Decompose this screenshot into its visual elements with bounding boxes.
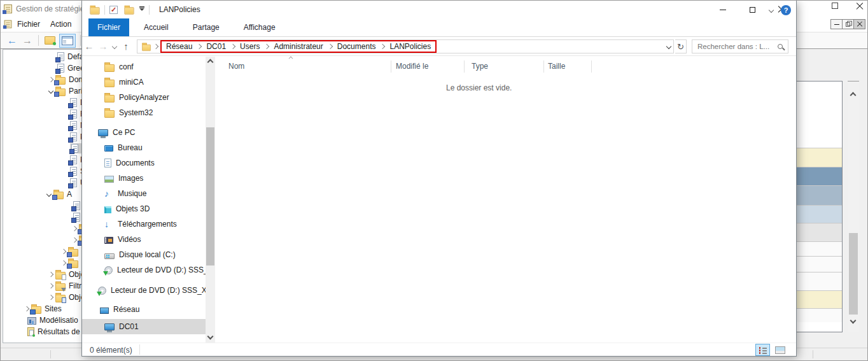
qat-dropdown-icon[interactable]	[139, 8, 144, 11]
scroll-up-icon[interactable]	[207, 59, 214, 66]
nav-scrollbar[interactable]	[206, 57, 215, 343]
nav-item-vid-os[interactable]: Vidéos	[82, 232, 206, 247]
folder-icon[interactable]	[124, 7, 134, 14]
gpo-icon	[70, 167, 77, 176]
up-icon[interactable]: ↑	[119, 41, 133, 52]
scrollbar-thumb[interactable]	[849, 233, 858, 315]
menu-fichier[interactable]: Fichier	[12, 18, 45, 31]
disk-icon	[104, 253, 115, 259]
forward-icon[interactable]: →	[20, 35, 35, 46]
nav-item-musique[interactable]: Musique	[82, 186, 206, 201]
scroll-down-icon[interactable]	[207, 334, 214, 340]
nav-item-disque-local-c[interactable]: Disque local (C:)	[82, 247, 206, 262]
tab-accueil[interactable]: Accueil	[134, 18, 178, 36]
console-window-icon[interactable]	[59, 34, 76, 48]
column-divider[interactable]	[391, 60, 391, 73]
address-bar[interactable]: RéseauDC01UsersAdministrateurDocumentsLA…	[137, 39, 674, 53]
tab-fichier[interactable]: Fichier	[88, 18, 129, 36]
column-header-nom[interactable]: Nom	[228, 62, 244, 71]
nav-item-ce-pc[interactable]: Ce PC	[82, 125, 206, 140]
file-list-area: NomModifié leTypeTaille Le dossier est v…	[215, 56, 796, 343]
gpmc-scrollbar[interactable]	[848, 81, 859, 332]
empty-folder-message: Le dossier est vide.	[446, 83, 512, 92]
scroll-up-icon[interactable]	[850, 92, 857, 99]
breadcrumb-chevron-icon[interactable]	[328, 44, 333, 49]
breadcrumb-segment-documents[interactable]: Documents	[336, 42, 377, 51]
starter-icon	[55, 295, 66, 302]
gpmc-app-icon	[4, 4, 12, 13]
breadcrumb-chevron-icon[interactable]	[230, 44, 235, 49]
toolbar-separator	[80, 35, 81, 46]
gpo-icon	[70, 121, 77, 130]
tab-affichage[interactable]: Affichage	[234, 18, 285, 36]
nav-item-dc01[interactable]: DC01	[82, 319, 206, 334]
details-view-icon[interactable]	[755, 344, 770, 356]
column-header-type[interactable]: Type	[472, 62, 488, 71]
nav-item-lecteur-de-dvd-d-sss-x64[interactable]: Lecteur de DVD (D:) SSS_X64	[82, 283, 206, 298]
breadcrumb-segment-lanpolicies[interactable]: LANPolicies	[388, 42, 432, 51]
close-icon[interactable]	[856, 3, 864, 10]
folder-icon[interactable]	[90, 7, 99, 14]
menu-action[interactable]: Action	[45, 18, 76, 31]
minimize-icon[interactable]	[708, 1, 738, 18]
column-divider[interactable]	[591, 60, 592, 73]
checkbox-icon[interactable]: ✓	[109, 6, 118, 14]
history-dropdown-icon[interactable]	[112, 43, 117, 48]
maximize-icon[interactable]	[832, 3, 838, 9]
chevron-right-icon[interactable]	[46, 295, 55, 299]
address-dropdown-icon[interactable]	[666, 44, 671, 49]
breadcrumb-chevron-icon[interactable]	[380, 44, 385, 49]
nav-item-t-l-chargements[interactable]: Téléchargements	[82, 216, 206, 232]
breadcrumb-segment-users[interactable]: Users	[239, 42, 261, 51]
breadcrumb-segment-dc01[interactable]: DC01	[205, 42, 227, 51]
nav-item-minica[interactable]: miniCA	[82, 74, 206, 90]
refresh-icon[interactable]: ↻	[675, 39, 687, 53]
nav-item-objets-3d[interactable]: Objets 3D	[82, 201, 206, 216]
nav-item-policyanalyzer[interactable]: PolicyAnalyzer	[82, 90, 206, 105]
tab-partage[interactable]: Partage	[183, 18, 229, 36]
nav-item-images[interactable]: Images	[82, 171, 206, 186]
back-icon[interactable]: ←	[4, 35, 20, 46]
sites-icon	[31, 306, 41, 314]
nav-item-label: System32	[119, 108, 153, 117]
back-icon[interactable]: ←	[82, 41, 96, 52]
tree-item-label: Defa	[67, 52, 83, 61]
pc-icon	[98, 129, 108, 136]
scrollbar-thumb[interactable]	[206, 127, 214, 265]
search-input[interactable]	[692, 43, 778, 50]
nav-item-lecteur-de-dvd-d-sss-x6[interactable]: Lecteur de DVD (D:) SSS_X6	[82, 262, 206, 278]
screen: Gestion de stratégie Fichier Action ← → …	[0, 0, 868, 361]
ribbon-expand-icon[interactable]	[769, 7, 774, 12]
nav-item-label: Bureau	[118, 143, 143, 152]
nav-item-bureau[interactable]: Bureau	[82, 140, 206, 155]
nav-item-documents[interactable]: Documents	[82, 155, 206, 171]
column-divider[interactable]	[543, 60, 544, 73]
column-header-taille[interactable]: Taille	[548, 62, 565, 71]
mdi-restore-icon[interactable]	[842, 19, 854, 29]
nav-item-r-seau[interactable]: Réseau	[82, 302, 206, 317]
column-divider[interactable]	[464, 60, 465, 73]
breadcrumb-chevron-icon[interactable]	[197, 44, 202, 49]
forward-icon[interactable]: →	[96, 41, 110, 52]
chevron-right-icon[interactable]	[46, 273, 55, 276]
mdi-close-icon[interactable]	[853, 19, 865, 29]
column-header-modifi-le[interactable]: Modifié le	[396, 62, 428, 71]
thumbnails-view-icon[interactable]	[773, 344, 787, 356]
maximize-icon[interactable]	[738, 1, 767, 18]
chevron-right-icon[interactable]	[46, 284, 55, 288]
scroll-down-icon[interactable]	[850, 318, 857, 324]
show-console-tree-icon[interactable]	[45, 36, 55, 45]
column-headers: NomModifié leTypeTaille	[215, 58, 796, 74]
gpo-icon	[57, 52, 64, 61]
breadcrumb-segment-administrateur[interactable]: Administrateur	[272, 42, 324, 51]
breadcrumb-chevron-icon[interactable]	[153, 44, 158, 49]
breadcrumb-segment-r-seau[interactable]: Réseau	[165, 42, 193, 51]
navigation-pane: confminiCAPolicyAnalyzerSystem32Ce PCBur…	[82, 56, 206, 343]
gpfolder-icon	[53, 192, 64, 199]
nav-item-conf[interactable]: conf	[82, 59, 206, 74]
help-icon[interactable]: ?	[781, 5, 791, 15]
breadcrumb-chevron-icon[interactable]	[264, 44, 269, 49]
mdi-minimize-icon[interactable]	[830, 19, 843, 29]
nav-item-system32[interactable]: System32	[82, 105, 206, 120]
nav-item-label: PolicyAnalyzer	[119, 93, 169, 102]
